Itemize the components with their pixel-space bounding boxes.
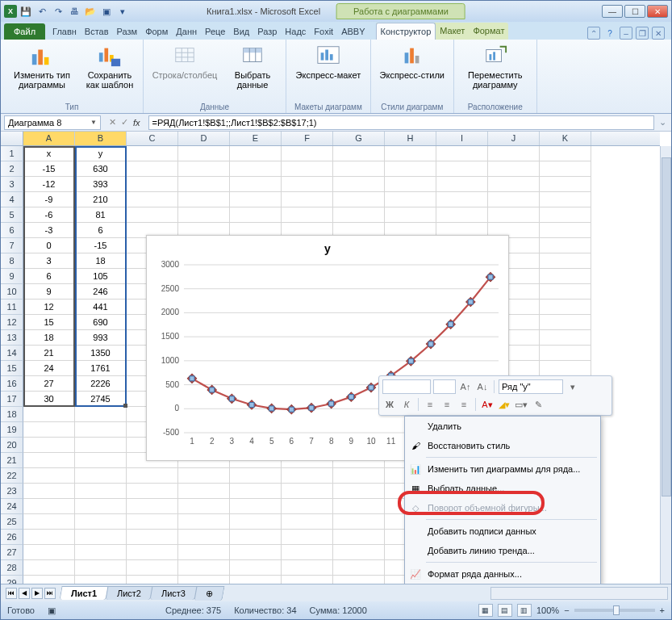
row-header[interactable]: 8 (1, 253, 23, 269)
row-header[interactable]: 2 (1, 161, 23, 177)
minimize-button[interactable]: — (602, 5, 623, 18)
row-header[interactable]: 20 (1, 438, 23, 453)
tab-developer[interactable]: Разр (253, 23, 281, 40)
cell[interactable]: -6 (23, 207, 75, 223)
row-header[interactable]: 21 (1, 453, 23, 468)
row-header[interactable]: 24 (1, 499, 23, 514)
cell[interactable] (333, 207, 385, 223)
cell[interactable] (540, 315, 591, 330)
cell[interactable] (23, 545, 75, 560)
cell[interactable] (127, 207, 178, 223)
cell[interactable] (178, 161, 230, 177)
express-layout-button[interactable]: Экспресс-макет (295, 43, 361, 80)
fx-label[interactable]: fx (133, 118, 140, 128)
name-box[interactable]: Диаграмма 8▼ (4, 115, 101, 130)
cell[interactable]: y (75, 146, 127, 161)
tab-view[interactable]: Вид (229, 23, 253, 40)
row-header[interactable]: 9 (1, 269, 23, 284)
cell[interactable] (230, 530, 282, 545)
open-icon[interactable]: 📂 (83, 4, 98, 19)
cell[interactable] (230, 484, 282, 499)
tab-addins[interactable]: Надс (281, 23, 310, 40)
express-styles-button[interactable]: Экспресс-стили (379, 43, 445, 80)
cell[interactable] (540, 146, 591, 161)
cell[interactable] (178, 576, 230, 584)
cell[interactable] (282, 576, 333, 584)
cell[interactable] (282, 530, 333, 545)
cell[interactable] (178, 499, 230, 514)
cell[interactable]: -15 (23, 161, 75, 177)
cell[interactable]: 27 (23, 376, 75, 392)
row-header[interactable]: 3 (1, 177, 23, 192)
cell[interactable]: 441 (75, 300, 127, 315)
cell[interactable] (75, 530, 127, 545)
cell[interactable]: 393 (75, 177, 127, 192)
cell[interactable] (333, 545, 385, 560)
menu-reset-style[interactable]: 🖌Восстановить стиль (405, 436, 600, 455)
cell[interactable] (282, 484, 333, 499)
cell[interactable]: 993 (75, 330, 127, 346)
cell[interactable] (23, 530, 75, 545)
cell[interactable] (230, 161, 282, 177)
cell[interactable] (230, 468, 282, 484)
cell[interactable] (436, 177, 488, 192)
last-sheet-icon[interactable]: ⏭ (44, 588, 56, 599)
row-header[interactable]: 5 (1, 207, 23, 223)
row-header[interactable]: 15 (1, 361, 23, 376)
vertical-scrollbar[interactable] (660, 146, 671, 584)
cell[interactable] (127, 484, 178, 499)
tab-pagelayout[interactable]: Разм (113, 23, 142, 40)
row-header[interactable]: 10 (1, 284, 23, 300)
sheet-tab-3[interactable]: Лист3 (150, 586, 198, 600)
cell[interactable] (282, 207, 333, 223)
column-header[interactable]: K (540, 132, 591, 145)
cell[interactable] (127, 468, 178, 484)
cell[interactable] (75, 407, 127, 422)
cell[interactable] (333, 560, 385, 576)
cell[interactable] (75, 545, 127, 560)
cell[interactable] (385, 146, 436, 161)
font-size-input[interactable] (433, 379, 456, 394)
select-data-button[interactable]: Выбрать данные (227, 43, 278, 90)
cell[interactable] (540, 192, 591, 207)
column-header[interactable]: B (75, 132, 127, 145)
row-header[interactable]: 23 (1, 484, 23, 499)
cell[interactable]: -12 (23, 177, 75, 192)
row-header[interactable]: 22 (1, 468, 23, 484)
cell[interactable] (75, 499, 127, 514)
cell[interactable] (127, 560, 178, 576)
cell[interactable] (282, 192, 333, 207)
cell[interactable] (230, 146, 282, 161)
help-icon[interactable]: ? (603, 27, 616, 40)
tab-chart-layout[interactable]: Макет (436, 23, 469, 40)
redo-icon[interactable]: ↷ (51, 4, 65, 19)
outline-icon[interactable]: ▭▾ (514, 397, 528, 412)
row-header[interactable]: 11 (1, 300, 23, 315)
shrink-font-icon[interactable]: A↓ (475, 379, 490, 394)
fill-handle[interactable] (123, 404, 127, 408)
zoom-in-button[interactable]: + (660, 605, 665, 615)
cell[interactable] (436, 207, 488, 223)
cell[interactable]: 12 (23, 300, 75, 315)
align-left-icon[interactable]: ≡ (423, 397, 437, 412)
menu-delete[interactable]: Удалить (405, 417, 600, 436)
cell[interactable] (385, 161, 436, 177)
cell[interactable]: -3 (23, 223, 75, 238)
view-pagebreak-icon[interactable]: ▥ (517, 604, 532, 617)
cell[interactable] (75, 453, 127, 468)
cell[interactable] (282, 161, 333, 177)
tab-data[interactable]: Данн (172, 23, 201, 40)
cell[interactable]: 1350 (75, 346, 127, 361)
undo-icon[interactable]: ↶ (35, 4, 49, 19)
cell[interactable] (230, 576, 282, 584)
cell[interactable]: 2226 (75, 376, 127, 392)
tab-foxit[interactable]: Foxit (310, 23, 337, 40)
cell[interactable] (333, 192, 385, 207)
doc-minimize-icon[interactable]: – (620, 27, 632, 40)
cell[interactable]: 3 (23, 253, 75, 269)
cell[interactable] (23, 576, 75, 584)
prev-sheet-icon[interactable]: ◀ (19, 588, 30, 599)
cell[interactable] (178, 514, 230, 530)
font-color-icon[interactable]: A▾ (480, 397, 495, 412)
tab-review[interactable]: Реце (201, 23, 229, 40)
